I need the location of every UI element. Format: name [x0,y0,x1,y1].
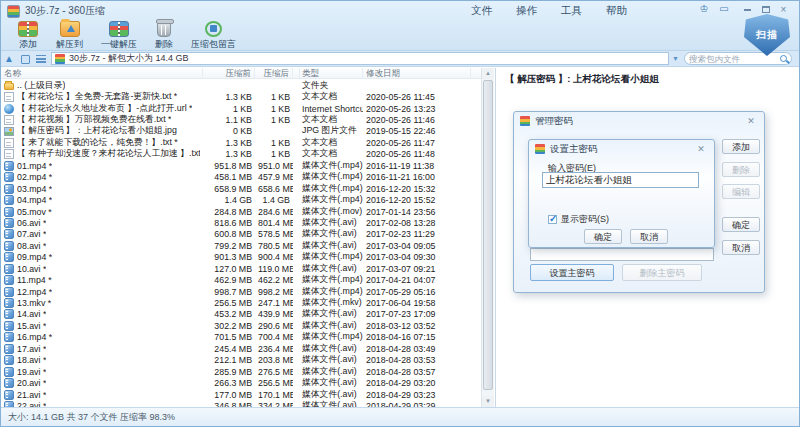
table-row[interactable]: 17.avi *245.4 MB236.4 MB媒体文件(.avi)2018-0… [1,343,481,354]
table-row[interactable]: 20.avi *266.3 MB256.5 MB媒体文件(.avi)2018-0… [1,377,481,388]
file-size-before: 998.7 MB [203,287,255,297]
table-row[interactable]: 13.mkv *256.5 MB247.1 MB媒体文件(.mkv)2017-0… [1,297,481,308]
column-header-after[interactable]: 压缩后 [255,68,293,79]
manage-password-titlebar[interactable]: 管理密码 ✕ [514,112,764,130]
file-size-before: 1.4 GB [203,195,255,205]
file-type: 媒体文件(.mkv) [299,297,363,309]
close-button[interactable]: × [776,3,791,17]
table-row[interactable]: 【 村花视频 】万部视频免费在线看.txt *1.1 KB1 KB文本文档202… [1,114,481,125]
table-row[interactable]: 12.mp4 *998.7 MB998.2 MB媒体文件(.mp4)2017-0… [1,286,481,297]
menu-item[interactable]: 操作 [504,1,549,21]
table-row[interactable]: 08.avi *799.2 MB780.5 MB媒体文件(.avi)2017-0… [1,240,481,251]
toolbar-button-delete[interactable]: 删除 [146,21,182,51]
set-master-ok-button[interactable]: 确定 [584,229,622,244]
manage-ok-button[interactable]: 确定 [722,217,760,232]
file-type: 媒体文件(.avi) [299,366,363,378]
table-row[interactable]: 22.avi *346.8 MB334.2 MB媒体文件(.avi)2018-0… [1,400,481,407]
table-row[interactable]: 07.avi *600.8 MB578.5 MB媒体文件(.avi)2017-0… [1,229,481,240]
file-size-after: 170.1 MB [255,390,293,400]
table-row[interactable]: 10.avi *127.0 MB119.0 MB媒体文件(.avi)2017-0… [1,263,481,274]
table-row[interactable]: 11.mp4 *462.9 MB462.2 MB媒体文件(.mp4)2017-0… [1,274,481,285]
menu-item[interactable]: 文件 [459,1,504,21]
checkbox-checked-icon[interactable] [548,215,557,224]
file-date: 2018-04-29 03:20 [363,378,471,388]
delete-password-button[interactable]: 删除 [722,162,760,177]
vip-icon[interactable]: ♔ [695,3,713,19]
search-box[interactable] [684,52,792,65]
file-size-before: 458.1 MB [203,172,255,182]
master-password-field[interactable] [530,248,714,261]
table-row[interactable]: 【 村花论坛永久地址发布页 】-点此打开.url *1 KB1 KBIntern… [1,103,481,114]
file-name: 18.avi * [17,355,46,365]
list-view-icon[interactable] [33,54,49,64]
scroll-up-icon[interactable]: ▲ [482,68,494,79]
set-master-cancel-button[interactable]: 取消 [630,229,668,244]
table-row[interactable]: 06.avi *818.6 MB801.4 MB媒体文件(.avi)2017-0… [1,217,481,228]
file-size-before: 658.9 MB [203,184,255,194]
table-row[interactable]: 04.mp4 *1.4 GB1.4 GB媒体文件(.mp4)2016-12-20… [1,194,481,205]
file-date: 2017-02-23 11:29 [363,229,471,239]
breadcrumb[interactable]: 30步.7z - 解包大小为 14.4 GB [51,52,669,65]
file-size-after: 900.4 MB [255,252,293,262]
table-row[interactable]: 18.avi *212.1 MB203.8 MB媒体文件(.avi)2018-0… [1,355,481,366]
show-password-checkbox[interactable]: 显示密码(S) [548,213,609,226]
file-size-before: 799.2 MB [203,241,255,251]
table-row[interactable]: 15.avi *302.2 MB290.6 MB媒体文件(.avi)2018-0… [1,320,481,331]
file-size-after: 1.4 GB [255,195,293,205]
menu-item[interactable]: 工具 [549,1,594,21]
manage-cancel-button[interactable]: 取消 [722,240,760,255]
minimize-button[interactable] [740,3,755,17]
table-row[interactable]: 【 来了就能下载的论坛，纯免费！】.txt *1.3 KB1 KB文本文档202… [1,137,481,148]
table-row[interactable]: 03.mp4 *658.9 MB658.6 MB媒体文件(.mp4)2016-1… [1,183,481,194]
app-window: 30步.7z - 360压缩 文件操作工具帮助 ♔ ▭ × 添加解压到一键解压删… [0,0,800,427]
file-size-after: 658.6 MB [255,184,293,194]
close-icon[interactable]: ✕ [744,116,758,126]
table-row[interactable]: 02.mp4 *458.1 MB457.9 MB媒体文件(.mp4)2016-1… [1,172,481,183]
delete-master-password-button[interactable]: 删除主密码 [622,264,702,281]
file-date: 2017-03-04 09:30 [363,252,471,262]
toolbar-button-add[interactable]: 添加 [9,21,47,51]
up-level-icon[interactable]: ▲ [1,53,17,64]
scroll-down-icon[interactable]: ▼ [482,396,494,407]
set-master-password-button[interactable]: 设置主密码 [530,264,614,281]
table-row[interactable]: 16.mp4 *701.5 MB700.4 MB媒体文件(.mp4)2018-0… [1,332,481,343]
table-row[interactable]: 01.mp4 *951.8 MB951.0 MB媒体文件(.mp4)2016-1… [1,160,481,171]
column-header-date[interactable]: 修改日期 [363,68,471,79]
titlebar[interactable]: 30步.7z - 360压缩 文件操作工具帮助 ♔ ▭ × [1,1,799,21]
table-row[interactable]: 【 村花论坛 】全免费-无套路-更新快.txt *1.3 KB1 KB文本文档2… [1,91,481,102]
set-master-titlebar[interactable]: 设置主密码 ✕ [529,140,714,158]
file-size-after: 801.4 MB [255,218,293,228]
toolbar-button-one-click-extract[interactable]: 一键解压 [92,21,146,51]
column-header-name[interactable]: 名称 [1,68,203,79]
table-row[interactable]: 【 解压密码 】：上村花论坛看小姐姐.jpg0 KBJPG 图片文件2019-0… [1,126,481,137]
breadcrumb-dropdown-icon[interactable]: ▼ [669,55,682,62]
table-row[interactable]: 【 有种子却没速度？来村花论坛人工加速 】.txt *1.3 KB1 KB文本文… [1,149,481,160]
file-date: 2016-11-21 16:00 [363,172,471,182]
table-row[interactable]: 21.avi *177.0 MB170.1 MB媒体文件(.avi)2018-0… [1,389,481,400]
message-icon[interactable]: ▭ [715,3,733,19]
file-date: 2020-05-26 11:48 [363,149,471,159]
table-row[interactable]: 09.mp4 *901.3 MB900.4 MB媒体文件(.mp4)2017-0… [1,252,481,263]
file-date: 2018-04-28 03:49 [363,344,471,354]
file-type: 媒体文件(.avi) [299,320,363,332]
file-name: 【 解压密码 】：上村花论坛看小姐姐.jpg [17,125,177,137]
column-header-before[interactable]: 压缩前 [203,68,255,79]
view-mode-icon[interactable] [17,53,33,63]
toolbar-button-extract-to[interactable]: 解压到 [47,21,92,51]
toolbar-button-archive-comment[interactable]: 压缩包留言 [182,21,245,51]
file-list-scrollbar[interactable]: ▲ ▼ [481,68,494,407]
add-password-button[interactable]: 添加 [722,139,760,154]
close-icon[interactable]: ✕ [694,144,708,154]
table-row[interactable]: .. (上级目录)文件夹 [1,80,481,91]
file-name: 【 来了就能下载的论坛，纯免费！】.txt * [17,137,178,149]
table-row[interactable]: 19.avi *285.9 MB276.5 MB媒体文件(.avi)2018-0… [1,366,481,377]
table-row[interactable]: 05.mov *284.8 MB284.6 MB媒体文件(.mov)2017-0… [1,206,481,217]
file-name: 【 村花视频 】万部视频免费在线看.txt * [17,114,171,126]
menu-item[interactable]: 帮助 [594,1,639,21]
scrollbar-thumb[interactable] [483,80,493,390]
table-row[interactable]: 14.avi *453.2 MB439.9 MB媒体文件(.avi)2017-0… [1,309,481,320]
password-input[interactable] [542,172,699,188]
edit-password-button[interactable]: 编辑 [722,184,760,199]
column-header-type[interactable]: 类型 [299,68,363,79]
search-icon[interactable] [780,55,787,62]
